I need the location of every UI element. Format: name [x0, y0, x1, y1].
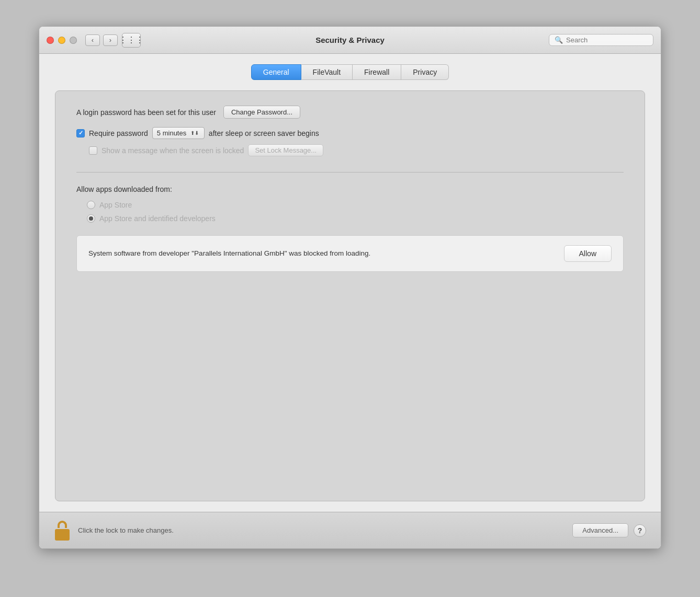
radio-app-store-developers-label: App Store and identified developers — [99, 214, 216, 223]
require-password-checkbox[interactable] — [76, 129, 85, 137]
titlebar: ‹ › ⋮⋮⋮ Security & Privacy 🔍 — [39, 27, 661, 54]
back-icon: ‹ — [92, 36, 94, 44]
lock-shackle — [58, 521, 67, 528]
password-row: A login password has been set for this u… — [76, 106, 624, 119]
tab-general[interactable]: General — [251, 64, 301, 80]
maximize-button[interactable] — [70, 37, 77, 44]
grid-icon: ⋮⋮⋮ — [119, 35, 144, 45]
bottom-right-controls: Advanced... ? — [572, 523, 646, 537]
lock-label: Click the lock to make changes. — [78, 526, 174, 534]
tab-privacy[interactable]: Privacy — [401, 64, 449, 80]
radio-app-store-developers-row: App Store and identified developers — [87, 214, 624, 223]
after-sleep-label: after sleep or screen saver begins — [209, 129, 319, 137]
block-notification: System software from developer "Parallel… — [76, 235, 624, 272]
forward-button[interactable]: › — [103, 35, 118, 46]
dropdown-arrow-icon: ⬆⬇ — [190, 130, 199, 136]
allow-apps-section: Allow apps downloaded from: App Store Ap… — [76, 185, 624, 272]
show-message-checkbox[interactable] — [89, 146, 97, 155]
nav-buttons: ‹ › — [85, 35, 118, 46]
radio-app-store-row: App Store — [87, 201, 624, 209]
show-message-row: Show a message when the screen is locked… — [89, 144, 624, 156]
grid-button[interactable]: ⋮⋮⋮ — [122, 33, 141, 48]
allow-apps-title: Allow apps downloaded from: — [76, 185, 624, 193]
block-notification-text: System software from developer "Parallel… — [88, 248, 370, 259]
content-area: General FileVault Firewall Privacy A log… — [39, 54, 661, 512]
tab-firewall[interactable]: Firewall — [353, 64, 401, 80]
main-panel: A login password has been set for this u… — [55, 90, 645, 501]
close-button[interactable] — [47, 37, 54, 44]
search-box[interactable]: 🔍 — [549, 34, 653, 46]
require-password-label: Require password — [89, 129, 148, 137]
password-set-label: A login password has been set for this u… — [76, 108, 216, 117]
show-message-label: Show a message when the screen is locked — [101, 146, 244, 155]
tab-bar: General FileVault Firewall Privacy — [55, 64, 645, 80]
radio-app-store-label: App Store — [99, 201, 132, 209]
lock-icon[interactable] — [54, 521, 71, 541]
advanced-button[interactable]: Advanced... — [572, 523, 628, 537]
help-button[interactable]: ? — [634, 524, 646, 537]
search-icon: 🔍 — [555, 36, 563, 44]
system-preferences-window: ‹ › ⋮⋮⋮ Security & Privacy 🔍 General Fil… — [39, 26, 661, 549]
tab-filevault[interactable]: FileVault — [301, 64, 353, 80]
window-title: Security & Privacy — [315, 36, 385, 44]
set-lock-message-button[interactable]: Set Lock Message... — [248, 144, 323, 156]
forward-icon: › — [109, 36, 111, 44]
traffic-lights — [47, 37, 77, 44]
password-interval-value: 5 minutes — [157, 129, 186, 137]
change-password-button[interactable]: Change Password... — [223, 106, 300, 119]
section-divider — [76, 172, 624, 173]
allow-button[interactable]: Allow — [564, 245, 612, 262]
radio-app-store-developers[interactable] — [87, 214, 95, 223]
bottom-bar: Click the lock to make changes. Advanced… — [39, 512, 661, 548]
search-input[interactable] — [566, 36, 648, 44]
minimize-button[interactable] — [58, 37, 65, 44]
lock-body — [55, 529, 70, 541]
back-button[interactable]: ‹ — [85, 35, 100, 46]
radio-app-store[interactable] — [87, 201, 95, 209]
password-interval-dropdown[interactable]: 5 minutes ⬆⬇ — [152, 127, 205, 139]
radio-selected-indicator — [89, 216, 93, 221]
require-password-row: Require password 5 minutes ⬆⬇ after slee… — [76, 127, 624, 139]
